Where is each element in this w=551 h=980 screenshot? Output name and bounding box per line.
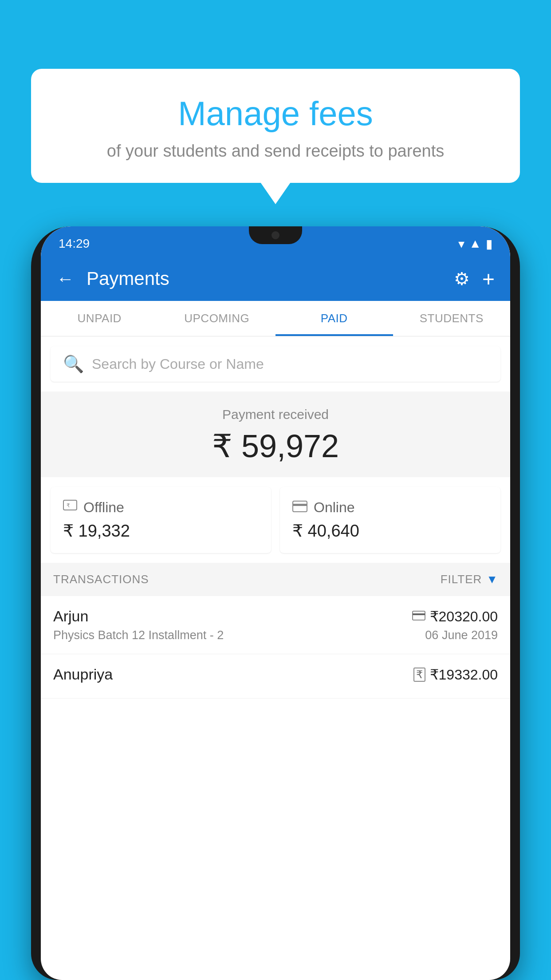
tab-students[interactable]: STUDENTS xyxy=(393,301,511,336)
svg-rect-2 xyxy=(293,501,307,512)
online-icon xyxy=(292,499,307,516)
search-icon: 🔍 xyxy=(63,354,84,374)
transaction-amount: ₹19332.00 xyxy=(430,666,498,683)
payment-cards: ₹ Offline ₹ 19,332 xyxy=(51,487,500,553)
offline-amount: ₹ 19,332 xyxy=(63,521,259,541)
tab-paid[interactable]: PAID xyxy=(276,301,393,336)
status-icons: ▾ ▲ ▮ xyxy=(458,237,492,251)
payment-received-label: Payment received xyxy=(41,407,510,422)
transaction-amount-container: ₹ ₹19332.00 xyxy=(413,666,498,683)
signal-icon: ▲ xyxy=(469,237,481,251)
phone-wrapper: 14:29 ▾ ▲ ▮ ← Payments ⚙ + xyxy=(31,226,520,980)
speech-bubble: Manage fees of your students and send re… xyxy=(31,69,520,183)
phone-frame: 14:29 ▾ ▲ ▮ ← Payments ⚙ + xyxy=(31,226,520,980)
online-card: Online ₹ 40,640 xyxy=(280,487,500,553)
transactions-label: TRANSACTIONS xyxy=(53,573,149,586)
online-card-header: Online xyxy=(292,499,488,516)
back-button[interactable]: ← xyxy=(56,269,74,289)
svg-rect-4 xyxy=(413,611,425,620)
svg-text:₹: ₹ xyxy=(67,502,70,509)
settings-icon[interactable]: ⚙ xyxy=(454,269,470,289)
battery-icon: ▮ xyxy=(486,237,492,251)
offline-card-header: ₹ Offline xyxy=(63,499,259,516)
offline-label: Offline xyxy=(83,499,124,516)
transaction-row[interactable]: Arjun ₹20320.00 xyxy=(41,596,510,654)
transaction-row-top: Anupriya ₹ ₹19332.00 xyxy=(53,666,498,683)
phone-screen: 14:29 ▾ ▲ ▮ ← Payments ⚙ + xyxy=(41,226,510,980)
payment-amount: ₹ 59,972 xyxy=(41,427,510,465)
svg-rect-3 xyxy=(293,504,307,506)
transaction-row[interactable]: Anupriya ₹ ₹19332.00 xyxy=(41,654,510,699)
transaction-row-bottom: Physics Batch 12 Installment - 2 06 June… xyxy=(53,628,498,642)
status-time: 14:29 xyxy=(59,237,90,251)
svg-rect-5 xyxy=(413,613,425,615)
page-title: Payments xyxy=(87,268,441,289)
filter-container[interactable]: FILTER ▼ xyxy=(441,573,498,586)
speech-bubble-container: Manage fees of your students and send re… xyxy=(31,69,520,183)
filter-icon: ▼ xyxy=(486,573,498,586)
tab-unpaid[interactable]: UNPAID xyxy=(41,301,158,336)
notch xyxy=(249,226,302,244)
payment-received-section: Payment received ₹ 59,972 xyxy=(41,391,510,477)
speech-bubble-subtitle: of your students and send receipts to pa… xyxy=(58,142,493,161)
transaction-name: Arjun xyxy=(53,608,88,625)
search-placeholder: Search by Course or Name xyxy=(92,356,264,372)
phone-inner: 14:29 ▾ ▲ ▮ ← Payments ⚙ + xyxy=(41,226,510,980)
scrollable-content: 🔍 Search by Course or Name Payment recei… xyxy=(41,336,510,980)
transaction-date: 06 June 2019 xyxy=(425,628,498,642)
add-button[interactable]: + xyxy=(482,267,495,291)
transaction-course: Physics Batch 12 Installment - 2 xyxy=(53,628,224,642)
svg-rect-0 xyxy=(63,500,77,510)
payment-type-icon xyxy=(412,609,425,624)
transaction-name: Anupriya xyxy=(53,666,113,683)
wifi-icon: ▾ xyxy=(458,237,464,251)
cash-icon: ₹ xyxy=(413,668,425,682)
tab-upcoming[interactable]: UPCOMING xyxy=(158,301,276,336)
transaction-amount: ₹20320.00 xyxy=(430,608,498,625)
search-bar[interactable]: 🔍 Search by Course or Name xyxy=(51,346,500,382)
app-header: ← Payments ⚙ + xyxy=(41,257,510,301)
online-amount: ₹ 40,640 xyxy=(292,521,488,541)
front-camera xyxy=(271,230,280,240)
offline-card: ₹ Offline ₹ 19,332 xyxy=(51,487,271,553)
transaction-row-top: Arjun ₹20320.00 xyxy=(53,608,498,625)
offline-icon: ₹ xyxy=(63,499,77,516)
tabs-bar: UNPAID UPCOMING PAID STUDENTS xyxy=(41,301,510,336)
transactions-header: TRANSACTIONS FILTER ▼ xyxy=(41,563,510,596)
transaction-amount-container: ₹20320.00 xyxy=(412,608,498,625)
filter-label: FILTER xyxy=(441,573,482,586)
online-label: Online xyxy=(314,499,355,516)
speech-bubble-title: Manage fees xyxy=(58,93,493,134)
